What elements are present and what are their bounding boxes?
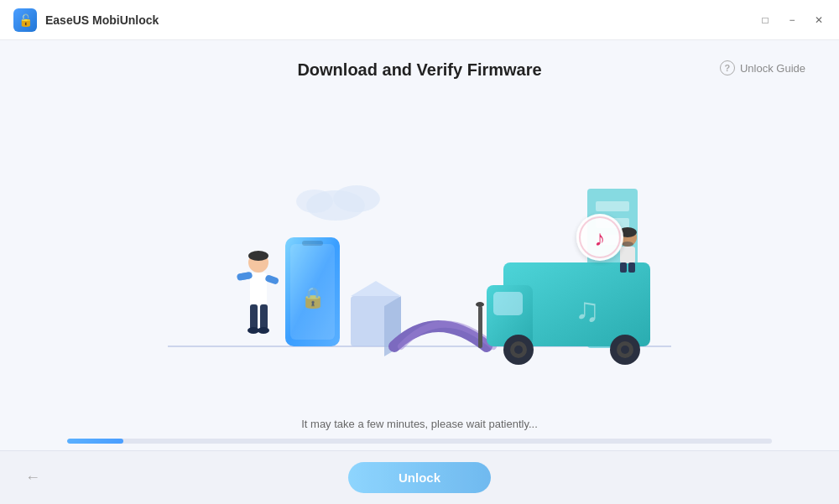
close-button[interactable]: ✕ xyxy=(812,13,826,27)
svg-point-39 xyxy=(621,346,629,354)
svg-rect-9 xyxy=(250,304,258,330)
svg-rect-45 xyxy=(628,262,635,273)
svg-point-22 xyxy=(476,302,484,307)
unlock-guide-button[interactable]: ? Unlock Guide xyxy=(720,60,805,75)
svg-text:🔒: 🔒 xyxy=(300,285,326,309)
minimize-button[interactable]: □ xyxy=(758,13,772,27)
illustration-area: 🔒 xyxy=(0,93,839,418)
page-title: Download and Verify Firmware xyxy=(297,60,541,80)
svg-rect-21 xyxy=(478,306,482,348)
app-title: EaseUS MobiUnlock xyxy=(45,13,159,27)
svg-text:♪: ♪ xyxy=(595,226,606,251)
progress-track xyxy=(67,439,772,444)
svg-rect-27 xyxy=(596,201,629,211)
scene-illustration: 🔒 xyxy=(168,138,671,373)
svg-text:♫: ♫ xyxy=(575,291,600,328)
progress-area: It may take a few minutes, please wait p… xyxy=(0,418,839,450)
svg-point-5 xyxy=(248,251,268,261)
svg-rect-10 xyxy=(260,304,268,330)
back-button[interactable]: ← xyxy=(25,469,40,486)
svg-rect-17 xyxy=(302,241,323,246)
app-icon: 🔓 xyxy=(13,8,37,32)
bottom-bar: ← Unlock xyxy=(0,450,839,504)
svg-point-36 xyxy=(514,346,523,354)
svg-point-11 xyxy=(248,327,259,334)
svg-point-42 xyxy=(622,242,633,247)
help-icon: ? xyxy=(720,60,735,75)
title-bar: 🔓 EaseUS MobiUnlock □ − ✕ xyxy=(0,0,839,40)
main-content: Download and Verify Firmware ? Unlock Gu… xyxy=(0,40,839,504)
svg-rect-32 xyxy=(493,292,523,315)
app-branding: 🔓 EaseUS MobiUnlock xyxy=(13,8,159,32)
unlock-button[interactable]: Unlock xyxy=(348,462,491,493)
svg-rect-44 xyxy=(620,262,627,273)
svg-point-12 xyxy=(258,327,269,334)
svg-rect-6 xyxy=(250,273,267,306)
svg-point-2 xyxy=(296,190,333,213)
svg-rect-43 xyxy=(620,247,635,263)
svg-point-1 xyxy=(333,185,380,212)
progress-status-text: It may take a few minutes, please wait p… xyxy=(67,418,772,430)
svg-marker-19 xyxy=(351,281,401,296)
unlock-guide-label: Unlock Guide xyxy=(740,62,805,75)
maximize-button[interactable]: − xyxy=(785,13,799,27)
header-area: Download and Verify Firmware ? Unlock Gu… xyxy=(0,40,839,93)
window-controls: □ − ✕ xyxy=(758,13,826,27)
progress-fill xyxy=(67,439,123,444)
